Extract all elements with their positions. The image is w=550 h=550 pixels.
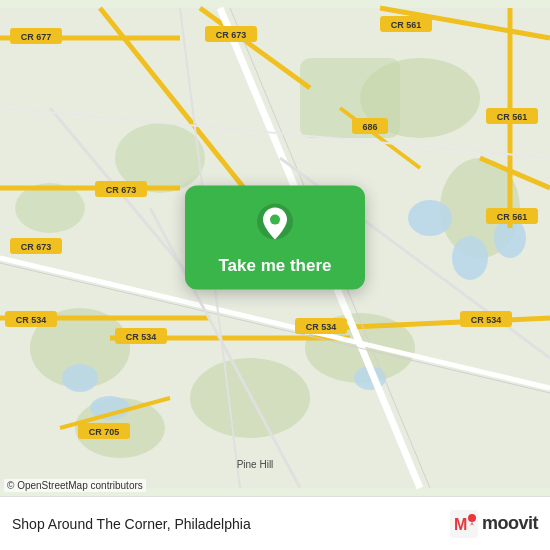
svg-point-68 <box>468 514 476 522</box>
bottom-bar: Shop Around The Corner, Philadelphia M m… <box>0 496 550 550</box>
svg-text:CR 705: CR 705 <box>89 427 120 437</box>
svg-text:686: 686 <box>362 122 377 132</box>
location-pin-icon <box>253 202 297 246</box>
take-me-there-button[interactable]: Take me there <box>218 256 331 276</box>
svg-text:CR 561: CR 561 <box>391 20 422 30</box>
cta-card[interactable]: Take me there <box>185 186 365 290</box>
svg-point-6 <box>190 358 310 438</box>
location-label: Shop Around The Corner, Philadelphia <box>12 516 251 532</box>
svg-point-13 <box>62 364 98 392</box>
moovit-brand-icon: M <box>450 510 478 538</box>
svg-text:CR 673: CR 673 <box>216 30 247 40</box>
svg-text:M: M <box>454 516 467 533</box>
svg-point-10 <box>408 200 452 236</box>
svg-text:CR 677: CR 677 <box>21 32 52 42</box>
app: CR 677 CR 673 CR 673 CR 673 CR 561 CR 56… <box>0 0 550 550</box>
moovit-logo: M moovit <box>450 510 538 538</box>
svg-text:CR 673: CR 673 <box>106 185 137 195</box>
svg-text:Pine Hill: Pine Hill <box>237 459 274 470</box>
svg-text:CR 534: CR 534 <box>16 315 47 325</box>
svg-text:CR 534: CR 534 <box>471 315 502 325</box>
svg-text:CR 561: CR 561 <box>497 112 528 122</box>
svg-text:CR 673: CR 673 <box>21 242 52 252</box>
map-attribution: © OpenStreetMap contributors <box>4 479 146 492</box>
svg-text:CR 561: CR 561 <box>497 212 528 222</box>
map-container[interactable]: CR 677 CR 673 CR 673 CR 673 CR 561 CR 56… <box>0 0 550 496</box>
moovit-wordmark: moovit <box>482 513 538 534</box>
svg-text:CR 534: CR 534 <box>126 332 157 342</box>
svg-text:CR 534: CR 534 <box>306 322 337 332</box>
svg-point-65 <box>270 215 280 225</box>
svg-point-11 <box>452 236 488 280</box>
